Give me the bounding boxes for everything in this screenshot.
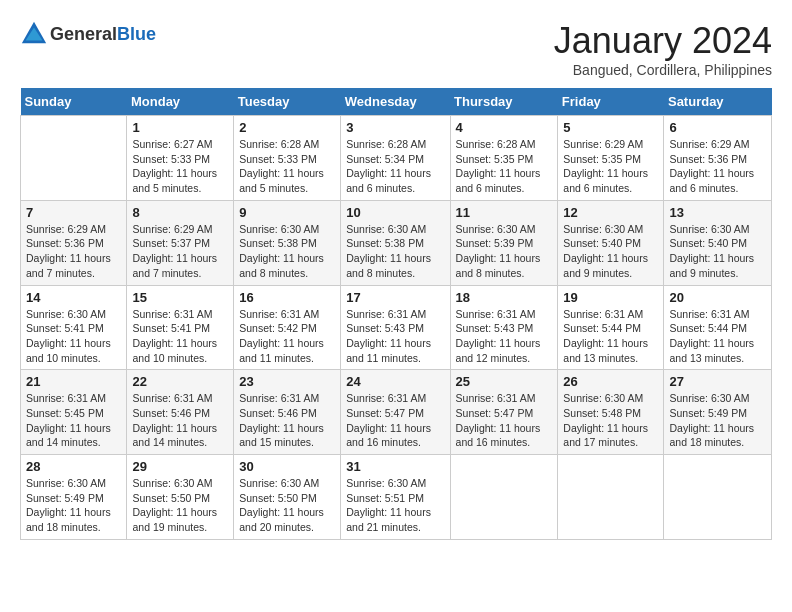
header-sunday: Sunday <box>21 88 127 116</box>
table-row: 10 Sunrise: 6:30 AMSunset: 5:38 PMDaylig… <box>341 200 450 285</box>
header-monday: Monday <box>127 88 234 116</box>
week-row-1: 1 Sunrise: 6:27 AMSunset: 5:33 PMDayligh… <box>21 116 772 201</box>
table-row: 30 Sunrise: 6:30 AMSunset: 5:50 PMDaylig… <box>234 455 341 540</box>
week-row-2: 7 Sunrise: 6:29 AMSunset: 5:36 PMDayligh… <box>21 200 772 285</box>
day-info: Sunrise: 6:31 AMSunset: 5:43 PMDaylight:… <box>346 307 444 366</box>
day-info: Sunrise: 6:29 AMSunset: 5:35 PMDaylight:… <box>563 137 658 196</box>
day-number: 18 <box>456 290 553 305</box>
table-row <box>664 455 772 540</box>
table-row: 29 Sunrise: 6:30 AMSunset: 5:50 PMDaylig… <box>127 455 234 540</box>
day-number: 19 <box>563 290 658 305</box>
month-title: January 2024 <box>554 20 772 62</box>
day-number: 30 <box>239 459 335 474</box>
table-row: 23 Sunrise: 6:31 AMSunset: 5:46 PMDaylig… <box>234 370 341 455</box>
table-row: 16 Sunrise: 6:31 AMSunset: 5:42 PMDaylig… <box>234 285 341 370</box>
day-number: 4 <box>456 120 553 135</box>
day-info: Sunrise: 6:28 AMSunset: 5:33 PMDaylight:… <box>239 137 335 196</box>
day-number: 29 <box>132 459 228 474</box>
table-row: 20 Sunrise: 6:31 AMSunset: 5:44 PMDaylig… <box>664 285 772 370</box>
day-number: 12 <box>563 205 658 220</box>
table-row: 9 Sunrise: 6:30 AMSunset: 5:38 PMDayligh… <box>234 200 341 285</box>
table-row: 3 Sunrise: 6:28 AMSunset: 5:34 PMDayligh… <box>341 116 450 201</box>
day-info: Sunrise: 6:30 AMSunset: 5:50 PMDaylight:… <box>132 476 228 535</box>
day-number: 10 <box>346 205 444 220</box>
weekday-header-row: Sunday Monday Tuesday Wednesday Thursday… <box>21 88 772 116</box>
day-info: Sunrise: 6:28 AMSunset: 5:34 PMDaylight:… <box>346 137 444 196</box>
table-row: 1 Sunrise: 6:27 AMSunset: 5:33 PMDayligh… <box>127 116 234 201</box>
day-number: 1 <box>132 120 228 135</box>
table-row <box>450 455 558 540</box>
day-info: Sunrise: 6:30 AMSunset: 5:41 PMDaylight:… <box>26 307 121 366</box>
day-info: Sunrise: 6:30 AMSunset: 5:48 PMDaylight:… <box>563 391 658 450</box>
table-row: 5 Sunrise: 6:29 AMSunset: 5:35 PMDayligh… <box>558 116 664 201</box>
logo-blue: Blue <box>117 24 156 44</box>
day-info: Sunrise: 6:30 AMSunset: 5:40 PMDaylight:… <box>563 222 658 281</box>
day-info: Sunrise: 6:30 AMSunset: 5:51 PMDaylight:… <box>346 476 444 535</box>
day-info: Sunrise: 6:30 AMSunset: 5:39 PMDaylight:… <box>456 222 553 281</box>
week-row-5: 28 Sunrise: 6:30 AMSunset: 5:49 PMDaylig… <box>21 455 772 540</box>
logo: GeneralBlue <box>20 20 156 48</box>
day-number: 24 <box>346 374 444 389</box>
day-number: 8 <box>132 205 228 220</box>
day-info: Sunrise: 6:29 AMSunset: 5:37 PMDaylight:… <box>132 222 228 281</box>
day-info: Sunrise: 6:31 AMSunset: 5:44 PMDaylight:… <box>563 307 658 366</box>
table-row: 24 Sunrise: 6:31 AMSunset: 5:47 PMDaylig… <box>341 370 450 455</box>
week-row-4: 21 Sunrise: 6:31 AMSunset: 5:45 PMDaylig… <box>21 370 772 455</box>
table-row: 19 Sunrise: 6:31 AMSunset: 5:44 PMDaylig… <box>558 285 664 370</box>
header: GeneralBlue January 2024 Bangued, Cordil… <box>20 20 772 78</box>
table-row: 21 Sunrise: 6:31 AMSunset: 5:45 PMDaylig… <box>21 370 127 455</box>
day-info: Sunrise: 6:29 AMSunset: 5:36 PMDaylight:… <box>669 137 766 196</box>
table-row: 2 Sunrise: 6:28 AMSunset: 5:33 PMDayligh… <box>234 116 341 201</box>
day-number: 17 <box>346 290 444 305</box>
header-wednesday: Wednesday <box>341 88 450 116</box>
week-row-3: 14 Sunrise: 6:30 AMSunset: 5:41 PMDaylig… <box>21 285 772 370</box>
table-row: 25 Sunrise: 6:31 AMSunset: 5:47 PMDaylig… <box>450 370 558 455</box>
day-number: 23 <box>239 374 335 389</box>
day-number: 5 <box>563 120 658 135</box>
day-number: 7 <box>26 205 121 220</box>
day-number: 27 <box>669 374 766 389</box>
table-row: 12 Sunrise: 6:30 AMSunset: 5:40 PMDaylig… <box>558 200 664 285</box>
day-number: 28 <box>26 459 121 474</box>
logo-general: General <box>50 24 117 44</box>
day-info: Sunrise: 6:30 AMSunset: 5:38 PMDaylight:… <box>239 222 335 281</box>
day-info: Sunrise: 6:31 AMSunset: 5:44 PMDaylight:… <box>669 307 766 366</box>
day-number: 20 <box>669 290 766 305</box>
table-row <box>558 455 664 540</box>
table-row: 11 Sunrise: 6:30 AMSunset: 5:39 PMDaylig… <box>450 200 558 285</box>
table-row: 13 Sunrise: 6:30 AMSunset: 5:40 PMDaylig… <box>664 200 772 285</box>
location-title: Bangued, Cordillera, Philippines <box>554 62 772 78</box>
table-row: 18 Sunrise: 6:31 AMSunset: 5:43 PMDaylig… <box>450 285 558 370</box>
day-number: 16 <box>239 290 335 305</box>
title-section: January 2024 Bangued, Cordillera, Philip… <box>554 20 772 78</box>
day-number: 21 <box>26 374 121 389</box>
day-info: Sunrise: 6:30 AMSunset: 5:40 PMDaylight:… <box>669 222 766 281</box>
table-row: 26 Sunrise: 6:30 AMSunset: 5:48 PMDaylig… <box>558 370 664 455</box>
table-row: 17 Sunrise: 6:31 AMSunset: 5:43 PMDaylig… <box>341 285 450 370</box>
day-number: 2 <box>239 120 335 135</box>
table-row: 28 Sunrise: 6:30 AMSunset: 5:49 PMDaylig… <box>21 455 127 540</box>
day-info: Sunrise: 6:31 AMSunset: 5:41 PMDaylight:… <box>132 307 228 366</box>
day-info: Sunrise: 6:31 AMSunset: 5:42 PMDaylight:… <box>239 307 335 366</box>
day-info: Sunrise: 6:30 AMSunset: 5:38 PMDaylight:… <box>346 222 444 281</box>
day-info: Sunrise: 6:31 AMSunset: 5:46 PMDaylight:… <box>132 391 228 450</box>
day-number: 25 <box>456 374 553 389</box>
table-row: 4 Sunrise: 6:28 AMSunset: 5:35 PMDayligh… <box>450 116 558 201</box>
day-number: 14 <box>26 290 121 305</box>
table-row: 15 Sunrise: 6:31 AMSunset: 5:41 PMDaylig… <box>127 285 234 370</box>
table-row: 22 Sunrise: 6:31 AMSunset: 5:46 PMDaylig… <box>127 370 234 455</box>
day-number: 26 <box>563 374 658 389</box>
day-info: Sunrise: 6:28 AMSunset: 5:35 PMDaylight:… <box>456 137 553 196</box>
table-row <box>21 116 127 201</box>
table-row: 31 Sunrise: 6:30 AMSunset: 5:51 PMDaylig… <box>341 455 450 540</box>
day-number: 3 <box>346 120 444 135</box>
day-number: 31 <box>346 459 444 474</box>
table-row: 14 Sunrise: 6:30 AMSunset: 5:41 PMDaylig… <box>21 285 127 370</box>
table-row: 8 Sunrise: 6:29 AMSunset: 5:37 PMDayligh… <box>127 200 234 285</box>
logo-text: GeneralBlue <box>50 24 156 45</box>
table-row: 27 Sunrise: 6:30 AMSunset: 5:49 PMDaylig… <box>664 370 772 455</box>
day-info: Sunrise: 6:30 AMSunset: 5:49 PMDaylight:… <box>26 476 121 535</box>
day-info: Sunrise: 6:31 AMSunset: 5:45 PMDaylight:… <box>26 391 121 450</box>
day-info: Sunrise: 6:30 AMSunset: 5:50 PMDaylight:… <box>239 476 335 535</box>
day-info: Sunrise: 6:29 AMSunset: 5:36 PMDaylight:… <box>26 222 121 281</box>
